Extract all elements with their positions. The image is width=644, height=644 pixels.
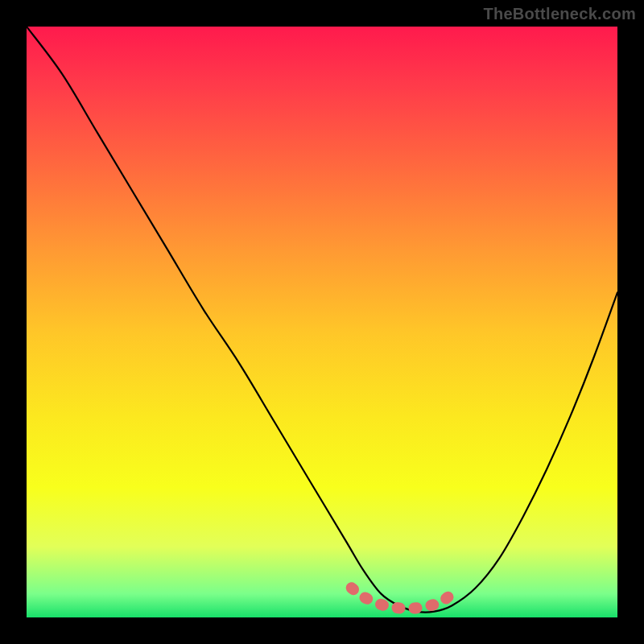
plot-area	[27, 27, 617, 617]
sweet-spot-band	[352, 588, 458, 609]
watermark: TheBottleneck.com	[483, 5, 636, 23]
curve-layer	[27, 27, 617, 617]
chart-frame: { "watermark": "TheBottleneck.com", "cha…	[0, 0, 644, 644]
bottleneck-curve	[27, 27, 617, 613]
